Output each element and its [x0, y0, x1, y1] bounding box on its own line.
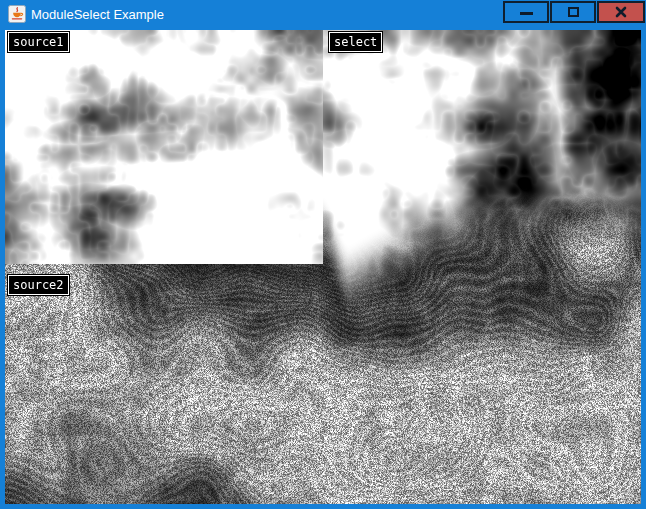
window-title: ModuleSelect Example [31, 0, 164, 29]
close-button[interactable] [597, 1, 645, 23]
maximize-icon [568, 7, 579, 17]
noise-render-canvas [5, 30, 641, 504]
close-icon [615, 6, 627, 18]
minimize-icon [520, 12, 533, 15]
maximize-button[interactable] [550, 1, 596, 23]
minimize-button[interactable] [503, 1, 549, 23]
window-controls [502, 1, 645, 23]
label-source2: source2 [8, 275, 69, 295]
render-area: source1 select source2 [5, 30, 641, 504]
label-source1: source1 [8, 32, 69, 52]
java-app-icon [8, 5, 26, 23]
label-select: select [329, 32, 382, 52]
app-window: ModuleSelect Example source1 select sour… [0, 0, 646, 509]
titlebar[interactable]: ModuleSelect Example [0, 0, 646, 30]
